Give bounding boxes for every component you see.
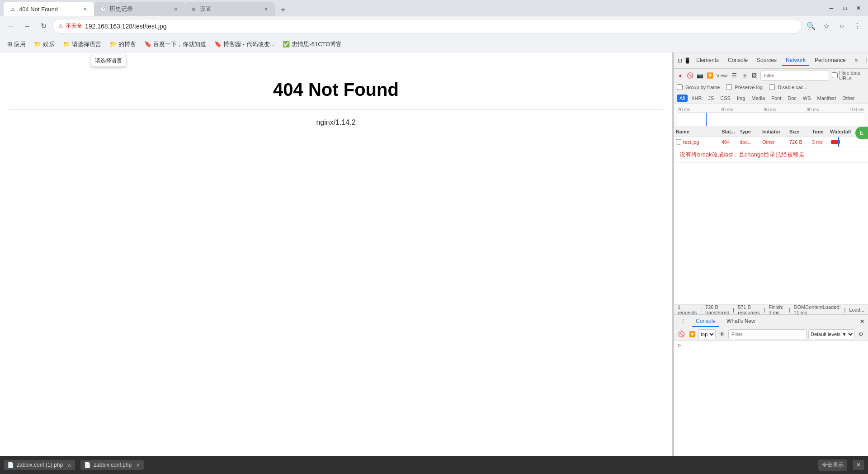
- console-filter-input[interactable]: [728, 329, 807, 339]
- status-resources: 571 B resources: [738, 304, 760, 315]
- filter-tab-font[interactable]: Font: [769, 95, 784, 102]
- status-separator-3: |: [764, 307, 765, 313]
- capture-screenshot-button[interactable]: 📷: [697, 71, 704, 80]
- status-separator-1: |: [700, 307, 702, 313]
- preserve-log-checkbox[interactable]: [726, 84, 732, 90]
- filter-tab-other[interactable]: Other: [840, 95, 858, 102]
- filter-tab-media[interactable]: Media: [749, 95, 768, 102]
- taskbar-file-2[interactable]: 📄 zabbix.conf.php ∧: [80, 460, 144, 470]
- filter-icon[interactable]: 🔽: [706, 71, 713, 80]
- bookmark-entertainment[interactable]: 📁 娱乐: [30, 38, 58, 50]
- record-button[interactable]: ●: [677, 71, 684, 80]
- devtools-more-tabs[interactable]: »: [851, 55, 862, 66]
- tab-1[interactable]: ⚠ 404 Not Found ✕: [4, 2, 94, 16]
- console-tabs-bar: ⋮ Console What's New ✕: [674, 314, 868, 328]
- devtools-settings-icon[interactable]: ⋮: [863, 55, 868, 66]
- devtools-dock-icon[interactable]: ⊡: [678, 55, 682, 66]
- title-bar: ⚠ 404 Not Found ✕ 🕐 历史记录 ✕ ⚙ 设置 ✕ + ─ □: [0, 0, 868, 16]
- network-empty-area: [674, 163, 868, 304]
- tab-2-close[interactable]: ✕: [172, 5, 179, 13]
- console-context-select[interactable]: top: [698, 329, 716, 339]
- tab-2[interactable]: 🕐 历史记录 ✕: [94, 2, 184, 16]
- filter-tab-xhr[interactable]: XHR: [689, 95, 704, 102]
- network-options-toolbar: Group by frame Preserve log Disable cac.…: [674, 82, 868, 92]
- minimize-button[interactable]: ─: [826, 2, 837, 14]
- show-all-button[interactable]: 全部显示: [818, 460, 847, 471]
- 51cto-icon: ✅: [283, 41, 290, 47]
- taskbar-file-1[interactable]: 📄 zabbix.conf (1).php ∧: [4, 460, 75, 470]
- star-icon[interactable]: ☆: [819, 19, 834, 33]
- status-load: Load...: [849, 307, 864, 313]
- page-title: 404 Not Found: [9, 80, 663, 100]
- hide-data-urls-checkbox[interactable]: [832, 72, 838, 78]
- file-2-close[interactable]: ∧: [136, 462, 140, 468]
- filter-tab-manifest[interactable]: Manifest: [815, 95, 839, 102]
- address-bar[interactable]: ⚠ 不安全 192.168.163.128/test/test.jpg: [52, 19, 802, 33]
- tab-1-close[interactable]: ✕: [81, 5, 89, 13]
- console-body: >: [674, 341, 868, 456]
- back-button[interactable]: ←: [4, 19, 18, 33]
- disable-cache-checkbox[interactable]: [769, 84, 775, 90]
- filter-tab-css[interactable]: CSS: [717, 95, 733, 102]
- console-levels-select[interactable]: Default levels ▼: [808, 329, 854, 339]
- network-status-bar: 1 requests | 726 B transferred | 571 B r…: [674, 304, 868, 314]
- console-close-btn[interactable]: ✕: [860, 318, 864, 325]
- network-row-testjpg[interactable]: test.jpg 404 doc... Other 726 B 3 ms: [674, 137, 868, 147]
- devtools-tab-performance[interactable]: Performance: [811, 55, 849, 66]
- timeline-label-40ms: 40 ms: [721, 107, 733, 112]
- view-screenshot-icon[interactable]: 🖼: [750, 71, 758, 80]
- tab-1-favicon: ⚠: [9, 5, 16, 13]
- console-settings-icon[interactable]: ⚙: [856, 330, 865, 339]
- network-filter-input[interactable]: [760, 71, 829, 81]
- console-clear-button[interactable]: 🚫: [677, 330, 686, 339]
- bookmark-blog[interactable]: 📁 的博客: [106, 38, 140, 50]
- devtools-tab-sources[interactable]: Sources: [753, 55, 780, 66]
- devtools-mobile-icon[interactable]: 📱: [684, 55, 691, 66]
- view-list-icon[interactable]: ☰: [731, 71, 738, 80]
- devtools-tab-console[interactable]: Console: [724, 55, 751, 66]
- filter-tab-ws[interactable]: WS: [800, 95, 814, 102]
- console-filter-icon[interactable]: 🔽: [688, 330, 697, 339]
- console-dots-icon[interactable]: ⋮: [678, 316, 689, 327]
- profile-icon[interactable]: ○: [835, 19, 849, 33]
- filter-tab-all[interactable]: All: [677, 95, 688, 102]
- close-window-button[interactable]: ✕: [853, 2, 864, 14]
- menu-icon[interactable]: ⋮: [850, 19, 864, 33]
- console-tab-console[interactable]: Console: [692, 316, 719, 327]
- view-grid-icon[interactable]: ⊞: [741, 71, 748, 80]
- filter-tab-doc[interactable]: Doc: [785, 95, 799, 102]
- devtools-tab-elements[interactable]: Elements: [693, 55, 722, 66]
- folder-icon-2: 📁: [63, 41, 70, 47]
- search-icon[interactable]: 🔍: [804, 19, 818, 33]
- tab-3[interactable]: ⚙ 设置 ✕: [184, 2, 275, 16]
- bookmark-baidu[interactable]: 🔖 百度一下，你就知道: [141, 38, 210, 50]
- forward-button[interactable]: →: [20, 19, 34, 33]
- bookmark-language[interactable]: 📁 请选择语言 请选择语言: [59, 38, 105, 50]
- tab-2-favicon: 🕐: [99, 5, 107, 13]
- devtools-tab-network[interactable]: Network: [782, 55, 809, 66]
- webpage: 404 Not Found nginx/1.14.2: [0, 52, 672, 456]
- refresh-button[interactable]: ↻: [36, 19, 51, 33]
- bookmark-cnblogs[interactable]: 🔖 博客园 - 代码改变...: [211, 38, 278, 50]
- console-caret[interactable]: >: [678, 342, 864, 349]
- devtools-topbar: ⊡ 📱 Elements Console Sources Network Per…: [674, 52, 868, 69]
- bookmark-apps[interactable]: ⊞ 应用: [4, 38, 29, 50]
- bookmark-51cto[interactable]: ✅ 忠情思-51CTO博客: [279, 38, 345, 50]
- filter-tab-img[interactable]: Img: [734, 95, 748, 102]
- group-by-frame-checkbox[interactable]: [677, 84, 683, 90]
- maximize-button[interactable]: □: [839, 2, 851, 14]
- console-eye-icon[interactable]: 👁: [717, 330, 726, 339]
- hide-data-urls-label: Hide data URLs: [839, 70, 865, 81]
- eruda-toggle-button[interactable]: E: [855, 127, 868, 139]
- filter-tab-js[interactable]: JS: [705, 95, 717, 102]
- tab-3-close[interactable]: ✕: [262, 5, 269, 13]
- file-1-close[interactable]: ∧: [67, 462, 71, 468]
- clear-button[interactable]: 🚫: [687, 71, 694, 80]
- console-tab-whats-new[interactable]: What's New: [723, 316, 759, 327]
- preserve-log-label: Preserve log: [735, 85, 763, 90]
- taskbar-close-button[interactable]: ✕: [853, 460, 864, 470]
- file-label-1: zabbix.conf (1).php: [17, 462, 63, 468]
- new-tab-button[interactable]: +: [277, 4, 289, 16]
- row-checkbox[interactable]: [676, 139, 681, 145]
- status-separator-4: |: [789, 307, 790, 313]
